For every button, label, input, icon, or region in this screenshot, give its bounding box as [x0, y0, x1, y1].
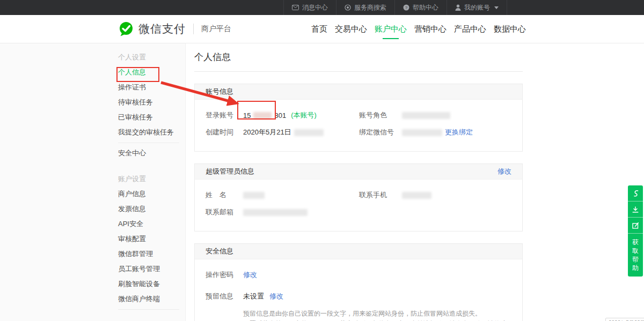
login-account-value: 15 301 (本账号): [243, 110, 317, 120]
sidebar-divider: [118, 309, 179, 310]
search-icon: [345, 4, 351, 11]
feedback-button[interactable]: [628, 218, 643, 234]
redacted-contact-email: [243, 209, 308, 216]
sidebar-item-operation-certificate[interactable]: 操作证书: [118, 80, 186, 95]
bound-wechat-label: 绑定微信号: [359, 128, 402, 137]
help-icon: ?: [403, 4, 409, 11]
svg-text:?: ?: [405, 5, 408, 10]
reserve-info-label: 预留信息: [206, 292, 243, 301]
nav-account-center[interactable]: 账户中心: [375, 15, 407, 43]
edit-password-link[interactable]: 修改: [243, 270, 257, 280]
current-account-tag: (本账号): [291, 110, 317, 120]
brand-name: 微信支付: [138, 21, 186, 36]
redacted-login-digits: [253, 112, 272, 119]
date-tooltip: 2020年5月22日: [605, 318, 644, 321]
redacted-created-time: [294, 129, 324, 136]
hotline-button[interactable]: [628, 185, 643, 201]
description-line: 预留信息是由你自己设置的一段文字，用来鉴定网站身份，防止假冒网站造成损失。: [243, 309, 511, 319]
download-button[interactable]: [628, 201, 643, 218]
download-icon: [632, 206, 639, 213]
topbar-item-label: 服务商搜索: [354, 3, 386, 12]
page-body: 个人设置 个人信息 操作证书 待审核任务 已审核任务 我提交的审核任务 安全中心…: [0, 43, 644, 321]
user-icon: [455, 4, 461, 11]
sidebar-item-pending-review-tasks[interactable]: 待审核任务: [118, 95, 186, 110]
sidebar-item-reviewed-tasks[interactable]: 已审核任务: [118, 110, 186, 125]
sidebar: 个人设置 个人信息 操作证书 待审核任务 已审核任务 我提交的审核任务 安全中心…: [118, 50, 186, 312]
section-title: 账号信息: [206, 87, 233, 96]
sidebar-item-personal-info[interactable]: 个人信息: [118, 65, 186, 80]
redacted-admin-name: [243, 192, 265, 199]
section-security-info: 安全信息 操作密码 修改 预留信息 未设置: [194, 243, 523, 321]
operation-password-label: 操作密码: [206, 270, 243, 280]
topbar-item-label: 帮助中心: [413, 3, 438, 12]
sidebar-group-account-settings: 账户设置: [118, 171, 186, 186]
contact-email-label: 联系邮箱: [206, 207, 243, 217]
topbar-item-message-center[interactable]: 消息中心: [283, 0, 336, 15]
topbar-item-label: 消息中心: [302, 3, 328, 12]
sidebar-item-invoice-info[interactable]: 发票信息: [118, 201, 186, 217]
edit-reserve-info-link[interactable]: 修改: [269, 292, 283, 301]
topbar-item-label: 我的账号: [464, 3, 490, 12]
section-admin-info: 超级管理员信息 修改 姓 名 联系手机 联系邮箱: [194, 163, 523, 232]
nav-marketing-center[interactable]: 营销中心: [414, 15, 447, 43]
get-help-button[interactable]: 获取帮助: [628, 234, 643, 277]
topbar-item-help-center[interactable]: ? 帮助中心: [394, 0, 447, 15]
redacted-contact-phone: [402, 192, 431, 199]
reserve-info-value: 未设置: [243, 292, 264, 301]
sidebar-item-my-submitted-tasks[interactable]: 我提交的审核任务: [118, 125, 186, 140]
reserve-info-description: 预留信息是由你自己设置的一段文字，用来鉴定网站身份，防止假冒网站造成损失。 配置…: [243, 309, 511, 321]
login-account-suffix: 301: [274, 111, 286, 120]
message-icon: [292, 5, 299, 10]
nav-data-center[interactable]: 数据中心: [494, 15, 526, 43]
topbar-item-provider-search[interactable]: 服务商搜索: [336, 0, 394, 15]
sidebar-item-staff-account-management[interactable]: 员工账号管理: [118, 262, 186, 277]
created-time-label: 创建时间: [206, 128, 243, 137]
nav-home[interactable]: 首页: [311, 15, 327, 43]
login-account-label: 登录账号: [206, 110, 243, 120]
redacted-account-role: [402, 112, 450, 119]
section-title: 超级管理员信息: [206, 167, 254, 176]
login-account-prefix: 15: [243, 111, 251, 120]
description-line: 配置后将在首页及充值页面显示。若未看到预留信息，表明当前访问的网站存在风险，请终…: [243, 319, 511, 321]
section-title: 安全信息: [206, 247, 233, 256]
sidebar-item-api-security[interactable]: API安全: [118, 217, 186, 232]
change-binding-link[interactable]: 更换绑定: [445, 128, 473, 137]
created-time-value: 2020年5月21日: [243, 128, 291, 137]
topbar-item-my-account[interactable]: 我的账号: [447, 0, 507, 15]
floating-help-bar: 获取帮助: [628, 185, 643, 277]
sidebar-item-wechat-merchant-terminal[interactable]: 微信商户终端: [118, 292, 186, 307]
edit-icon: [632, 222, 639, 229]
sidebar-item-merchant-info[interactable]: 商户信息: [118, 186, 186, 201]
wechat-pay-logo-icon: [118, 21, 134, 37]
sidebar-item-security-center[interactable]: 安全中心: [118, 146, 186, 161]
link-icon: [632, 190, 639, 197]
account-role-label: 账号角色: [359, 110, 402, 120]
edit-admin-link[interactable]: 修改: [497, 167, 511, 176]
nav-product-center[interactable]: 产品中心: [454, 15, 486, 43]
sidebar-item-wechat-group-management[interactable]: 微信群管理: [118, 247, 186, 262]
sidebar-item-review-config[interactable]: 审核配置: [118, 232, 186, 247]
topbar: 消息中心 服务商搜索 ? 帮助中心 我的账号: [0, 0, 644, 15]
chevron-down-icon: [494, 6, 499, 9]
redacted-wechat-id: [402, 129, 442, 136]
main-content: 个人信息 账号信息 登录账号 15 301 (本账号): [194, 51, 523, 321]
sidebar-group-personal-settings: 个人设置: [118, 50, 186, 65]
main-nav: 首页 交易中心 账户中心 营销中心 产品中心 数据中心: [311, 15, 526, 43]
nav-transaction-center[interactable]: 交易中心: [335, 15, 367, 43]
sidebar-item-face-smart-device[interactable]: 刷脸智能设备: [118, 277, 186, 292]
header: 微信支付 商户平台 首页 交易中心 账户中心 营销中心 产品中心 数据中心: [0, 15, 644, 43]
page-title: 个人信息: [194, 51, 523, 72]
platform-name: 商户平台: [201, 24, 231, 34]
wechat-pay-logo: [118, 21, 134, 37]
section-account-info: 账号信息 登录账号 15 301 (本账号) 账号角色: [194, 84, 523, 152]
header-divider: [193, 24, 194, 34]
sidebar-divider: [118, 143, 179, 143]
admin-name-label: 姓 名: [206, 190, 243, 200]
contact-phone-label: 联系手机: [359, 190, 402, 200]
